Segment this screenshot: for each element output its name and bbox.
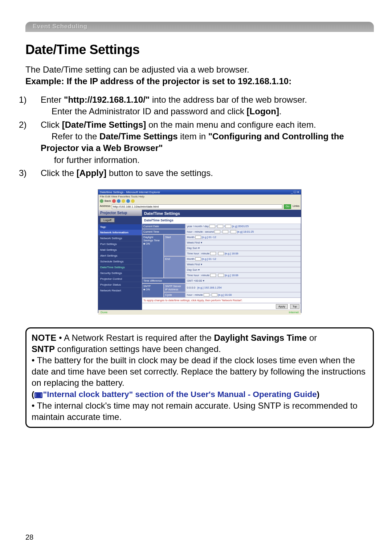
url-text: "http://192.168.1.10/" <box>64 95 150 105</box>
apply-warning: To apply changes to date/time settings; … <box>142 298 301 303</box>
pad <box>41 154 52 166</box>
t: hour : minute : second <box>187 230 214 233</box>
i[interactable] <box>195 236 201 239</box>
start-week[interactable]: Week First ▾ <box>185 240 301 245</box>
end-day[interactable]: Day Sun ▾ <box>185 267 301 273</box>
end-month[interactable]: Month [e.g.] 01~12 <box>185 256 301 262</box>
sidebar-item-alert[interactable]: Alert Settings <box>98 253 142 258</box>
sidebar-item-mail[interactable]: Mail Settings <box>98 247 142 253</box>
sidebar-item-port[interactable]: Port Settings <box>98 241 142 247</box>
row-curtime-val[interactable]: hour : minute : second : : [e.g] 18:01:2… <box>185 229 301 234</box>
paren: ( <box>32 390 34 399</box>
menu-ref: [Date/Time Settings] <box>62 120 146 130</box>
i[interactable] <box>218 252 224 255</box>
sel[interactable]: Sun <box>192 246 197 250</box>
intro-text: The Date/Time setting can be adjusted vi… <box>25 64 374 87</box>
t: hour : minute <box>193 252 209 255</box>
mi[interactable] <box>222 230 228 233</box>
i[interactable] <box>210 252 216 255</box>
start-month[interactable]: Month [e.g.] 01~12 <box>185 234 301 240</box>
step-num: 3) <box>30 167 41 179</box>
pad <box>41 131 52 142</box>
page-title: Date/Time Settings <box>25 42 374 57</box>
sidebar-item-security[interactable]: Security Settings <box>98 270 142 276</box>
start-time[interactable]: Time hour : minute : [e.g.] 18:06 <box>185 251 301 256</box>
eg: [e.g.] 18:06 <box>225 252 238 255</box>
sel[interactable]: GMT +00:00 <box>187 279 202 282</box>
eg: [e.g] 18:01:25 <box>237 230 254 233</box>
status-internet: Internet <box>289 311 299 314</box>
sidebar-item-status[interactable]: Projector Status <box>98 282 142 287</box>
sel[interactable]: First <box>195 241 200 244</box>
manual-ref-text: "Internal clock battery" section of the … <box>43 390 317 399</box>
dst-on-check[interactable]: ■ ON <box>143 242 150 245</box>
step-num: 1) <box>30 94 41 106</box>
manual-ref: ("Internal clock battery" section of the… <box>32 390 319 399</box>
sidebar-item-network[interactable]: Network Settings <box>98 235 142 241</box>
apply-ref: [Apply] <box>77 168 107 178</box>
main-title: Date/Time Settings <box>142 210 301 217</box>
settings-grid: Current Date year / month / day / / [e.g… <box>142 224 301 310</box>
h[interactable] <box>215 230 220 233</box>
t: Time <box>187 252 193 255</box>
links-label: Links <box>293 204 299 209</box>
t: year / month / day <box>187 225 209 228</box>
eg: [e.g.] 01:00 <box>218 293 232 297</box>
row-curdate-val[interactable]: year / month / day / / [e.g] 05/01/25 <box>185 224 301 229</box>
i[interactable] <box>204 293 209 297</box>
sidebar-netinfo[interactable]: Network Information <box>98 230 142 235</box>
sidebar-item-restart[interactable]: Network Restart <box>98 287 142 293</box>
item-ref: Date/Time Settings <box>99 131 178 141</box>
y[interactable] <box>209 225 215 228</box>
note-box: NOTE • A Network Restart is required aft… <box>25 327 374 428</box>
end-time[interactable]: Time hour : minute : [e.g.] 18:06 <box>185 273 301 278</box>
sidebar-item-control[interactable]: Projector Control <box>98 276 142 282</box>
address-bar: Address Go Links <box>98 204 301 210</box>
screenshot-wrap: Date/time Settings - Microsoft Internet … <box>25 189 374 313</box>
s[interactable] <box>230 230 236 233</box>
steps-list: 1) Enter "http://192.168.1.10/" into the… <box>25 94 374 179</box>
t: into the address bar of the web browser. <box>150 95 307 105</box>
t: Enter the Administrator ID and password … <box>52 106 247 116</box>
start-day[interactable]: Day Sun ▾ <box>185 245 301 251</box>
row-curtime-label: Current Time <box>142 229 185 234</box>
i[interactable] <box>218 274 224 277</box>
addr-input[interactable] <box>112 204 282 209</box>
projector-setup-title: Projector Setup <box>98 210 142 216</box>
t: Click the <box>41 168 77 178</box>
end-week[interactable]: Week First ▾ <box>185 262 301 267</box>
m[interactable] <box>217 225 223 228</box>
logoff-button[interactable]: Logoff <box>100 218 115 222</box>
cycle-val[interactable]: hour : minute : [e.g.] 01:00 <box>185 292 301 298</box>
t: Week <box>187 241 194 244</box>
i[interactable] <box>195 257 201 261</box>
note-label: NOTE <box>32 333 57 343</box>
apply-button[interactable]: Apply <box>276 304 288 309</box>
t: Refer to the <box>52 131 99 141</box>
sidebar-top[interactable]: Top: <box>98 224 142 230</box>
t: hour : minute <box>193 274 209 277</box>
i[interactable] <box>212 293 217 297</box>
top-button[interactable]: Top <box>290 304 299 309</box>
sel[interactable]: First <box>195 263 200 266</box>
sidebar-item-schedule[interactable]: Schedule Settings <box>98 258 142 264</box>
sidebar-item-datetime[interactable]: Date/Time Settings <box>98 264 142 270</box>
fav-icon <box>131 199 135 203</box>
t: 0.0.0.0 <box>187 286 195 289</box>
sel[interactable]: Sun <box>192 268 197 271</box>
sntp-ip-label: SNTP Server IP Address <box>164 283 185 292</box>
d[interactable] <box>225 225 231 228</box>
tdiff-val[interactable]: GMT +00:00 ▾ <box>185 278 301 283</box>
i[interactable] <box>210 274 216 277</box>
sntp-ip-val[interactable]: 0.0.0.0 [e.g.] 192.168.1.254 <box>185 283 301 292</box>
t: . <box>279 106 282 116</box>
sntp-on-check[interactable]: ■ ON <box>143 288 150 291</box>
t: Month <box>187 257 195 261</box>
t: Click <box>41 120 62 130</box>
logon-ref: [Logon] <box>247 106 279 116</box>
main-pane: Date/Time Settings Date/Time Settings Cu… <box>142 210 301 310</box>
go-button[interactable]: Go <box>284 204 291 209</box>
t: SNTP <box>143 285 151 288</box>
t: button to save the settings. <box>106 168 213 178</box>
window-title: Date/time Settings - Microsoft Internet … <box>100 191 160 194</box>
